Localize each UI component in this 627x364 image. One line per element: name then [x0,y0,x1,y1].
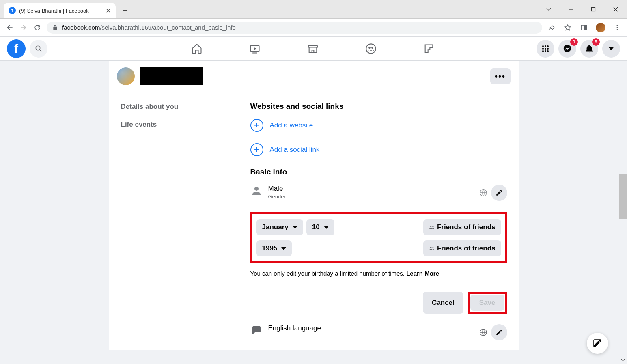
globe-icon[interactable] [479,328,488,337]
share-icon[interactable] [547,23,556,32]
svg-line-8 [39,50,41,52]
add-social-label: Add a social link [270,146,320,154]
svg-point-15 [545,45,546,47]
svg-point-17 [542,48,544,50]
plus-icon: + [250,119,263,132]
close-window-button[interactable] [604,0,627,19]
language-row: English language [250,324,507,340]
new-tab-button[interactable]: + [119,4,131,17]
svg-point-7 [36,46,40,50]
notifications-badge: 9 [592,38,600,46]
sidebar-item-lifeevents[interactable]: Life events [116,116,235,133]
caret-icon [324,226,329,229]
tab-title: (9) Selva Bharathi | Facebook [19,8,89,14]
cancel-button[interactable]: Cancel [423,292,463,314]
svg-point-25 [432,226,433,227]
svg-point-5 [617,27,618,28]
websites-section-title: Websites and social links [250,102,507,111]
edit-language-button[interactable] [491,324,507,340]
friends-icon [429,246,435,251]
nav-gaming[interactable] [401,37,456,60]
facebook-logo[interactable]: f [7,39,26,58]
divider [249,284,509,284]
close-tab-icon[interactable]: ✕ [106,7,111,15]
svg-rect-3 [584,25,587,30]
sidebar-item-details[interactable]: Details about you [116,99,235,115]
birthday-day-select[interactable]: 10 [306,219,334,235]
nav-groups[interactable] [343,37,398,60]
lock-icon [52,25,58,30]
profile-header-bar: ••• [109,61,519,92]
edit-gender-button[interactable] [491,185,507,201]
svg-point-18 [545,48,546,50]
address-bar[interactable]: facebook.com/selva.bharathi.169/about_co… [47,22,542,34]
more-options-button[interactable]: ••• [490,68,511,84]
svg-point-19 [547,48,549,50]
birthday-edit-highlight: January 10 Friends of friends 1995 Frien… [250,212,507,263]
learn-more-link[interactable]: Learn More [406,270,439,277]
reload-button[interactable] [33,23,42,32]
scroll-down-button[interactable] [619,356,627,364]
svg-point-16 [547,45,549,47]
birthday-date-privacy[interactable]: Friends of friends [423,219,501,235]
svg-rect-1 [591,8,595,11]
window-titlebar: f (9) Selva Bharathi | Facebook ✕ + [0,0,627,19]
birthday-month-select[interactable]: January [256,219,303,235]
language-value: English language [268,324,473,332]
scrollbar-thumb[interactable] [619,174,627,219]
facebook-search-button[interactable] [30,40,47,58]
svg-point-26 [430,247,432,248]
globe-icon[interactable] [479,188,488,197]
gender-value: Male [268,185,473,193]
svg-point-14 [542,45,544,47]
svg-point-12 [368,47,371,49]
chrome-menu-button[interactable] [613,23,622,32]
friends-icon [429,224,435,230]
nav-marketplace[interactable] [285,37,340,60]
chevron-down-icon[interactable] [537,0,560,19]
save-button-highlight: Save [468,292,507,314]
birthday-year-privacy[interactable]: Friends of friends [423,240,501,256]
basic-info-title: Basic info [250,168,507,177]
svg-point-6 [617,29,618,30]
svg-point-27 [432,247,433,248]
maximize-button[interactable] [582,0,604,19]
notifications-button[interactable]: 9 [580,40,598,58]
browser-toolbar: facebook.com/selva.bharathi.169/about_co… [0,19,627,37]
birthday-year-select[interactable]: 1995 [256,240,292,256]
svg-point-20 [542,50,544,52]
nav-home[interactable] [169,37,224,60]
chrome-profile-avatar[interactable] [596,23,605,32]
profile-picture[interactable] [117,67,135,85]
account-dropdown-button[interactable] [602,40,620,58]
svg-point-11 [366,44,375,53]
back-button[interactable] [5,23,14,32]
add-website-button[interactable]: + Add a website [250,119,507,132]
browser-tab[interactable]: f (9) Selva Bharathi | Facebook ✕ [4,3,116,18]
save-button[interactable]: Save [470,295,504,311]
star-icon[interactable] [563,23,572,32]
messenger-button[interactable]: 1 [558,40,576,58]
sidepanel-icon[interactable] [580,23,588,32]
svg-point-22 [547,50,549,52]
chat-icon [250,324,263,336]
nav-watch[interactable] [227,37,282,60]
plus-icon: + [250,143,263,156]
menu-grid-button[interactable] [537,40,554,58]
facebook-favicon: f [9,7,16,14]
caret-icon [281,247,286,250]
url-domain: facebook.com [62,24,100,31]
add-website-label: Add a website [270,121,313,129]
minimize-button[interactable] [560,0,582,19]
add-social-link-button[interactable]: + Add a social link [250,143,507,156]
svg-point-24 [430,226,432,227]
gender-label: Gender [268,194,473,200]
compose-fab[interactable] [587,333,608,354]
birthday-edit-note: You can only edit your birthday a limite… [250,270,507,277]
forward-button[interactable] [19,23,28,32]
facebook-header: f 1 9 [0,37,627,61]
url-path: /selva.bharathi.169/about_contact_and_ba… [100,24,235,31]
messenger-badge: 1 [570,38,578,46]
gender-row: Male Gender [250,185,507,201]
svg-point-13 [371,47,373,49]
